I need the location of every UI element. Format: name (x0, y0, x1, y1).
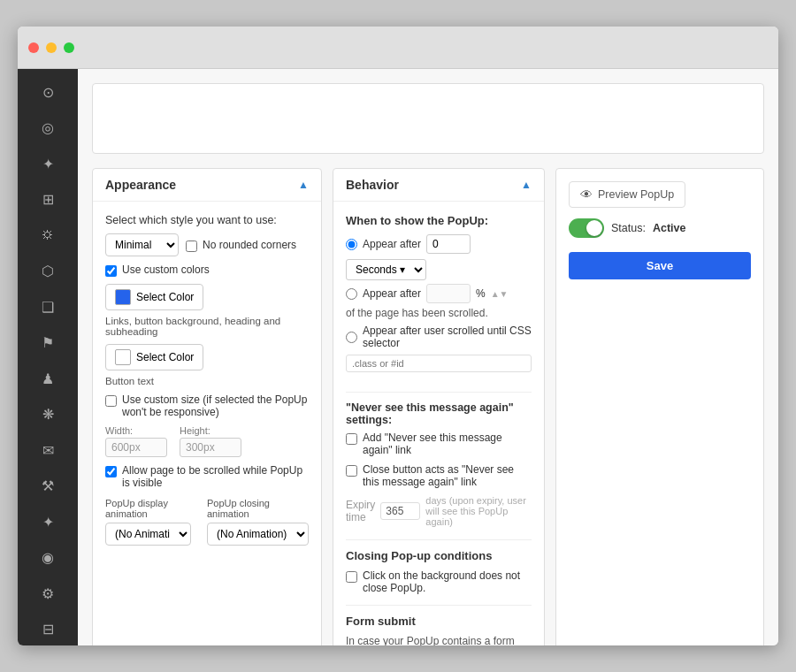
save-button[interactable]: Save (569, 252, 751, 279)
closing-animation-label: PopUp closing animation (207, 498, 309, 519)
appear-after-radio[interactable] (346, 239, 357, 250)
divider-1 (346, 392, 532, 393)
sidebar-icon-puzzle[interactable]: ⛭ (30, 219, 65, 252)
appear-after-scroll-radio[interactable] (346, 288, 357, 300)
closing-section: Closing Pop-up conditions Click on the b… (346, 549, 532, 594)
style-row: Minimal Standard Full No rounded corners (105, 233, 309, 256)
appearance-collapse-icon[interactable]: ▲ (298, 179, 309, 191)
never-see-section: "Never see this message again" settings:… (346, 401, 532, 527)
sidebar-icon-wrench2[interactable]: ⚙ (30, 577, 65, 610)
main-content: Appearance ▲ Select which style you want… (78, 69, 778, 645)
behavior-collapse-icon[interactable]: ▲ (521, 179, 532, 191)
style-label: Select which style you want to use: (105, 214, 309, 226)
appearance-panel: Appearance ▲ Select which style you want… (92, 168, 322, 645)
sidebar-icon-users[interactable]: ♟ (30, 363, 65, 395)
sidebar-icon-layers[interactable]: ⊞ (30, 184, 65, 217)
top-preview-bar (92, 83, 764, 154)
css-selector-radio[interactable] (346, 332, 357, 343)
days-label: days (upon expiry, user will see this Po… (425, 495, 532, 527)
closing-bg-row: Click on the background does not close P… (346, 569, 532, 594)
actions-panel: 👁 Preview PopUp Status: Active Save (555, 168, 764, 645)
sidebar-icon-gauge[interactable]: ⊙ (30, 76, 65, 109)
display-animation-label: PopUp display animation (105, 498, 198, 519)
sidebar-icon-bell[interactable]: ◎ (30, 112, 65, 145)
custom-size-label: Use custom size (if selected the PopUp w… (122, 393, 309, 418)
expiry-label: Expiry time (346, 499, 375, 523)
custom-size-checkbox[interactable] (105, 395, 117, 407)
select-color-btn-1[interactable]: Select Color (105, 284, 203, 310)
sidebar-icon-wrench[interactable]: ✦ (30, 148, 65, 180)
when-to-show-title: When to show the PopUp: (346, 214, 532, 227)
allow-scroll-label: Allow page to be scrolled while PopUp is… (122, 464, 309, 489)
width-label: Width: (105, 425, 167, 436)
width-field: Width: (105, 425, 167, 457)
appearance-title: Appearance (105, 178, 176, 192)
sidebar-icon-person[interactable]: ◉ (30, 542, 65, 575)
closing-title: Closing Pop-up conditions (346, 549, 532, 562)
color-swatch-white (115, 349, 131, 365)
sidebar-icon-grid[interactable]: ⊟ (30, 614, 65, 646)
css-selector-input[interactable] (346, 355, 532, 372)
actions-body: 👁 Preview PopUp Status: Active Save (556, 169, 763, 292)
sidebar-icon-mail[interactable]: ✉ (30, 434, 65, 467)
divider-3 (346, 605, 532, 606)
scroll-percent-row: Appear after % ▲▼ (346, 284, 532, 303)
eye-icon: 👁 (580, 187, 593, 202)
no-rounded-label: No rounded corners (203, 239, 296, 251)
color-desc: Links, button background, heading and su… (105, 316, 309, 337)
add-link-label: Add "Never see this message again" link (363, 431, 532, 456)
percent-symbol: % (476, 287, 486, 300)
appear-after-label: Appear after (363, 238, 421, 250)
behavior-header: Behavior ▲ (333, 169, 544, 202)
close-button-checkbox[interactable] (346, 465, 357, 477)
status-row: Status: Active (569, 218, 751, 238)
closing-bg-checkbox[interactable] (346, 571, 357, 583)
color-swatch-blue (115, 289, 131, 305)
behavior-title: Behavior (346, 178, 399, 192)
add-link-row: Add "Never see this message again" link (346, 431, 532, 456)
sidebar-icon-shield[interactable]: ⬡ (30, 256, 65, 288)
scroll-percent-input[interactable] (426, 284, 471, 303)
appear-after-input[interactable] (426, 234, 471, 254)
form-submit-desc: In case your PopUp contains a form (e.g.… (346, 633, 532, 645)
custom-colors-row: Use custom colors (105, 263, 309, 277)
status-toggle[interactable] (569, 218, 604, 238)
appearance-header: Appearance ▲ (93, 169, 321, 202)
expiry-input[interactable] (380, 502, 420, 520)
height-input[interactable] (180, 438, 241, 457)
behavior-body: When to show the PopUp: Appear after Sec… (333, 202, 544, 645)
select-color-btn-2[interactable]: Select Color (105, 344, 203, 370)
sidebar-icon-tools[interactable]: ⚒ (30, 470, 65, 503)
custom-colors-label: Use custom colors (122, 263, 210, 276)
no-rounded-checkbox[interactable] (186, 241, 197, 252)
style-select[interactable]: Minimal Standard Full (105, 233, 179, 256)
button-text-label: Button text (105, 376, 309, 386)
appear-after-radio-row: Appear after (346, 234, 532, 254)
height-field: Height: (180, 425, 241, 457)
seconds-select[interactable]: Seconds ▾ Minutes (346, 259, 426, 280)
custom-colors-checkbox[interactable] (105, 265, 117, 277)
css-label: Appear after user scrolled until CSS sel… (363, 325, 532, 349)
custom-size-row: Use custom size (if selected the PopUp w… (105, 393, 309, 418)
closing-animation-select[interactable]: (No Animation) Fade Slide (207, 523, 309, 546)
display-animation-select[interactable]: (No Animati Fade Slide (105, 523, 191, 546)
minimize-dot[interactable] (46, 42, 57, 53)
scroll-arrows: ▲▼ (491, 289, 509, 299)
close-dot[interactable] (28, 42, 39, 53)
appearance-body: Select which style you want to use: Mini… (93, 202, 321, 558)
maximize-dot[interactable] (64, 42, 74, 53)
form-submit-title: Form submit (346, 615, 532, 628)
behavior-panel: Behavior ▲ When to show the PopUp: Appea… (333, 168, 545, 645)
no-rounded-row: No rounded corners (186, 239, 296, 252)
sidebar-icon-copy[interactable]: ❑ (30, 291, 65, 324)
closing-bg-label: Click on the background does not close P… (363, 569, 532, 594)
sidebar-icon-flag[interactable]: ⚑ (30, 327, 65, 360)
sidebar-icon-settings2[interactable]: ✦ (30, 506, 65, 538)
width-input[interactable] (105, 438, 167, 457)
scrolled-text: of the page has been scrolled. (346, 307, 532, 319)
preview-popup-button[interactable]: 👁 Preview PopUp (569, 181, 685, 208)
allow-scroll-checkbox[interactable] (105, 466, 117, 477)
add-link-checkbox[interactable] (346, 433, 357, 445)
sidebar-icon-leaf[interactable]: ❋ (30, 399, 65, 431)
divider-2 (346, 539, 532, 540)
